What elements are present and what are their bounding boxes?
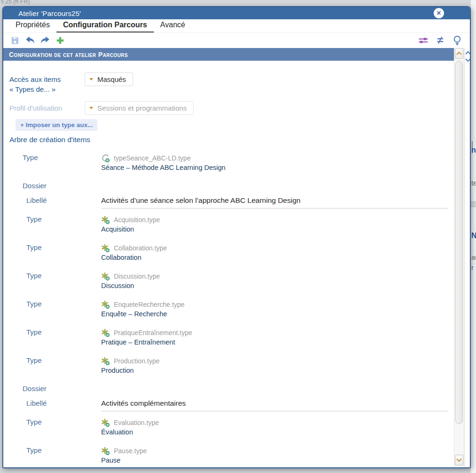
background-divider-fragment — [471, 201, 476, 207]
toolbar-right-group: ≠ — [413, 35, 463, 46]
scroll-down-button[interactable] — [455, 455, 463, 465]
scroll-up-button[interactable] — [455, 48, 463, 59]
profil-utilisation-row: Profil d'utilisation Sessions et program… — [9, 101, 448, 115]
tree-row-label: Type — [26, 215, 42, 223]
tree-row-label: Type — [26, 356, 42, 364]
not-equal-icon[interactable]: ≠ — [434, 35, 446, 46]
type-display-name[interactable]: Pause — [101, 457, 448, 464]
libelle-input[interactable]: Activités complémentaires — [101, 399, 448, 411]
chevron-down-icon — [89, 107, 93, 109]
type-display-name[interactable]: Séance – Méthode ABC Learning Design — [101, 164, 448, 171]
type-file-name: PratiqueEntraînement.type — [114, 329, 192, 337]
background-window-text-fragment: te — [471, 179, 476, 187]
type-file-name: Discussion.type — [114, 273, 160, 280]
type-file-name: EnqueteRecherche.type — [114, 301, 184, 308]
activity-type-icon — [101, 272, 110, 281]
tree-row-label: Dossier — [23, 182, 47, 190]
tree-row-type: TypePause.typePause — [9, 446, 448, 465]
tree-row-folder: Dossier — [9, 385, 448, 395]
type-file-name: typeSeance_ABC-LD.type — [114, 154, 190, 162]
acces-aux-items-dropdown[interactable]: Masqués — [85, 72, 133, 86]
background-window-text-fragment: N — [471, 232, 476, 240]
type-file-name: Pause.type — [114, 447, 147, 455]
sliders-icon[interactable] — [417, 35, 429, 46]
section-header: Configuration de cet atelier Parcours — [3, 48, 454, 61]
tree-row-folder: Dossier — [9, 182, 448, 192]
profil-utilisation-value: Sessions et programmations — [97, 104, 187, 112]
activity-type-icon — [101, 244, 110, 253]
tree-row-label: Type — [26, 243, 42, 251]
type-file-name: Production.type — [114, 357, 159, 365]
activity-type-icon — [101, 300, 110, 309]
tree-row-label: Dossier — [23, 385, 47, 393]
profil-utilisation-dropdown[interactable]: Sessions et programmations — [85, 101, 194, 115]
tree-row-label: Type — [26, 446, 42, 454]
libelle-input[interactable]: Activités d’une séance selon l’approche … — [101, 196, 448, 208]
imposer-type-button[interactable]: + Imposer un type aux... — [16, 119, 97, 131]
acces-aux-items-label: Accès aux items « Types de... » — [9, 72, 85, 94]
tree-row-type: TypeProduction.typeProduction — [9, 356, 448, 376]
tree-row-label: Type — [26, 272, 42, 280]
tree-row-type: TypeAcquisition.typeAcquisition — [9, 215, 448, 234]
type-display-name[interactable]: Discussion — [101, 282, 448, 289]
content-scrollbar[interactable] — [454, 48, 464, 466]
type-file-name: Acquisition.type — [114, 216, 160, 224]
dialog-title: Atelier 'Parcours25' — [18, 9, 81, 17]
add-icon[interactable] — [54, 35, 66, 46]
scroll-page-down-button[interactable] — [465, 56, 471, 64]
toolbar: ≠ — [3, 33, 470, 48]
background-window-text-fragment: r — [471, 264, 474, 272]
tab-bar: Propriétés Configuration Parcours Avancé — [3, 19, 470, 33]
lightbulb-icon[interactable] — [451, 35, 463, 46]
chevron-down-icon — [89, 78, 93, 80]
item-tree-title: Arbre de création d'items — [9, 136, 448, 146]
activity-type-icon — [101, 329, 110, 337]
dialog-titlebar: Atelier 'Parcours25' × — [3, 7, 470, 19]
configuration-content: Accès aux items « Types de... » Masqués … — [3, 61, 454, 467]
tree-row-label: Type — [26, 300, 42, 308]
tree-row-field: LibelléActivités d’une séance selon l’ap… — [9, 196, 448, 208]
seance-type-icon — [101, 154, 110, 163]
tree-row-type: TypePratiqueEntraînement.typePratique – … — [9, 328, 448, 347]
activity-type-icon — [101, 357, 110, 366]
type-display-name[interactable]: Enquête – Recherche — [101, 310, 448, 318]
tree-row-type: TypeDiscussion.typeDiscussion — [9, 272, 448, 291]
tree-row-type: TypeCollaboration.typeCollaboration — [9, 243, 448, 263]
type-display-name[interactable]: Pratique – Entraînement — [101, 338, 448, 346]
tree-row-field: LibelléActivités complémentaires — [9, 399, 448, 411]
tree-row-label: Libellé — [26, 399, 47, 407]
activity-type-icon — [101, 216, 110, 224]
tree-row-label: Libellé — [26, 196, 47, 204]
tree-row-type: TypeEnqueteRecherche.typeEnquête – Reche… — [9, 300, 448, 319]
tree-row-type: TypetypeSeance_ABC-LD.typeSéance – Métho… — [9, 153, 448, 173]
redo-icon[interactable] — [39, 35, 51, 46]
item-tree: TypetypeSeance_ABC-LD.typeSéance – Métho… — [9, 153, 448, 465]
undo-icon[interactable] — [24, 35, 36, 46]
activity-type-icon — [101, 418, 110, 427]
type-display-name[interactable]: Collaboration — [101, 254, 448, 261]
atelier-dialog: Atelier 'Parcours25' × Propriétés Config… — [2, 6, 471, 468]
activity-type-icon — [101, 447, 110, 456]
background-window-text-fragment: au — [471, 253, 476, 261]
scrollbar-thumb[interactable] — [455, 61, 463, 424]
type-display-name[interactable]: Évaluation — [101, 428, 448, 436]
tab-proprietes[interactable]: Propriétés — [9, 19, 56, 32]
scroll-page-up-button[interactable] — [465, 49, 471, 56]
type-display-name[interactable]: Production — [101, 367, 448, 374]
acces-aux-items-value: Masqués — [97, 75, 126, 83]
dialog-scroll-buttons — [464, 48, 471, 467]
tree-row-label: Type — [26, 328, 42, 336]
type-file-name: Collaboration.type — [114, 244, 167, 252]
type-display-name[interactable]: Acquisition — [101, 225, 448, 233]
acces-aux-items-row: Accès aux items « Types de... » Masqués — [9, 72, 448, 94]
dialog-body: Configuration de cet atelier Parcours Ac… — [3, 48, 470, 467]
tree-row-type: TypeEvaluation.typeÉvaluation — [9, 418, 448, 437]
tab-avance[interactable]: Avancé — [154, 19, 192, 32]
profil-utilisation-label: Profil d'utilisation — [9, 101, 85, 113]
save-icon[interactable] — [9, 35, 21, 46]
tree-row-label: Type — [26, 418, 42, 426]
close-icon[interactable]: × — [434, 8, 444, 18]
tab-configuration-parcours[interactable]: Configuration Parcours — [56, 19, 154, 32]
background-window-right-sliver: nteNaur — [471, 0, 476, 473]
tree-row-label: Type — [23, 153, 38, 161]
